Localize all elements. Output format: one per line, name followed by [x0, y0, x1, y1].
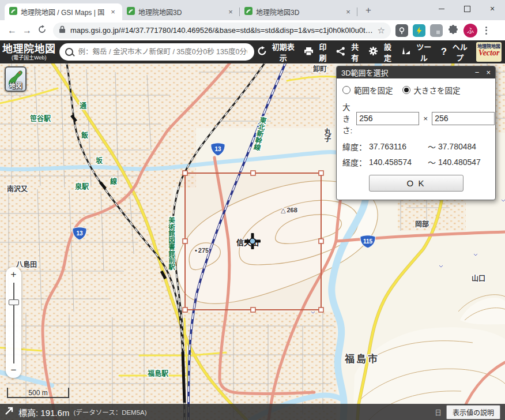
- bookmark-star-icon[interactable]: ☆: [378, 25, 385, 36]
- dialog-body: 範囲を固定 大きさを固定 大きさ: × 緯度： 37.763116 ～ 37.7…: [337, 78, 495, 200]
- gsi-favicon-icon: [127, 7, 135, 17]
- window-close-button[interactable]: ×: [480, 0, 505, 17]
- vector-badge[interactable]: 地理院地図 Vector: [476, 42, 502, 62]
- radio-fixed-size-label: 大きさを固定: [414, 84, 461, 96]
- selection-handle[interactable]: [251, 308, 255, 312]
- gsi-logo: 地理院地図 (電子国土Web): [2, 43, 56, 61]
- elevation-arrow-icon: [5, 406, 14, 418]
- size-height-input[interactable]: [432, 112, 495, 125]
- zoom-slider-track[interactable]: [13, 283, 14, 363]
- site-subtitle: (電子国土Web): [2, 55, 56, 61]
- tab-gsi-3d-2[interactable]: 地理院地図3D ×: [240, 3, 357, 20]
- lat-from: 37.763116: [369, 142, 428, 151]
- share-icon: [336, 47, 345, 58]
- forward-icon[interactable]: →: [20, 25, 35, 36]
- latitude-row: 緯度： 37.763116 ～ 37.780484: [342, 141, 489, 152]
- selection-handle[interactable]: [183, 171, 187, 175]
- lng-from: 140.458574: [369, 158, 428, 167]
- gsi-nav: 初期表示 印刷 共有 設定 ツール ? ヘルプ: [254, 39, 502, 65]
- place-label: 卸町: [313, 65, 327, 73]
- basemap-select-button[interactable]: 地図: [5, 66, 27, 92]
- value-legend-button[interactable]: 表示値の説明: [446, 405, 500, 419]
- close-tab-icon[interactable]: ×: [108, 7, 118, 17]
- search-box[interactable]: [59, 43, 254, 61]
- search-icon: [65, 48, 73, 56]
- tab-title: 地理院地図3D: [256, 7, 340, 17]
- browser-menu-icon[interactable]: [482, 27, 491, 35]
- extensions-puzzle-icon[interactable]: [447, 24, 459, 38]
- address-bar[interactable]: maps.gsi.go.jp/#14/37.771780/140.469526/…: [53, 22, 391, 39]
- reload-icon[interactable]: [35, 25, 50, 36]
- close-tab-icon[interactable]: ×: [344, 7, 353, 17]
- map-viewport[interactable]: 13 13 115 笹谷駅 泉駅 美術館図書館前駅 福島駅 東北新幹線 通: [0, 63, 505, 420]
- zoom-in-button[interactable]: +: [6, 269, 21, 280]
- selection-handle[interactable]: [319, 308, 323, 312]
- gray-extension-icon[interactable]: [430, 24, 443, 37]
- reload-icon: [257, 46, 267, 58]
- reset-view-button[interactable]: 初期表示: [254, 39, 300, 65]
- settings-button[interactable]: 設定: [365, 39, 397, 65]
- pin-extension-icon[interactable]: [395, 24, 408, 37]
- help-button[interactable]: ? ヘルプ: [438, 39, 473, 65]
- svg-text:飯: 飯: [81, 131, 88, 140]
- scale-bar: 500 m: [7, 388, 69, 398]
- printer-icon: [304, 47, 314, 58]
- browser-toolbar: ← → maps.gsi.go.jp/#14/37.771780/140.469…: [0, 20, 505, 40]
- gear-icon: [368, 46, 378, 58]
- place-label: 丸子: [323, 127, 331, 142]
- back-icon[interactable]: ←: [5, 25, 20, 36]
- selection-handle[interactable]: [319, 171, 323, 175]
- selection-handle[interactable]: [319, 239, 323, 243]
- close-tab-icon[interactable]: ×: [226, 7, 235, 17]
- station-label: 泉駅: [75, 182, 89, 191]
- help-icon: ?: [441, 46, 447, 58]
- dialog-close-icon[interactable]: ×: [486, 69, 491, 76]
- svg-text:13: 13: [76, 230, 83, 237]
- place-label: 岡部: [415, 220, 429, 228]
- selection-handle[interactable]: [251, 171, 255, 175]
- attribution-fragment: 日: [435, 407, 442, 417]
- selection-handle[interactable]: [183, 308, 187, 312]
- dialog-minimize-icon[interactable]: −: [475, 69, 480, 76]
- lat-to: 37.780484: [438, 142, 476, 151]
- svg-text:坂: 坂: [96, 156, 103, 165]
- svg-text:通: 通: [80, 102, 86, 110]
- zoom-out-button[interactable]: −: [6, 365, 21, 376]
- svg-text:115: 115: [363, 238, 373, 245]
- multiply-sign: ×: [423, 114, 428, 123]
- gsi-favicon-icon: [9, 7, 17, 17]
- tools-button[interactable]: ツール: [398, 39, 437, 65]
- place-label: 山口: [472, 274, 485, 283]
- tab-title: 地理院地図 / GSI Maps | 国土地理院: [21, 7, 105, 17]
- zoom-control: + −: [6, 267, 21, 378]
- search-input[interactable]: [77, 47, 248, 57]
- tool-icon: [401, 46, 411, 58]
- browser-tab-bar: 地理院地図 / GSI Maps | 国土地理院 × 地理院地図3D × 地理院…: [0, 0, 505, 20]
- place-label: 八島田: [16, 260, 37, 269]
- site-title: 地理院地図: [2, 43, 56, 55]
- bolt-extension-icon[interactable]: [413, 24, 425, 37]
- station-label: 美術館図書館前駅: [168, 216, 176, 271]
- place-label: 南沢又: [7, 185, 28, 193]
- size-label: 大きさ:: [342, 101, 352, 136]
- tab-gsi-3d-1[interactable]: 地理院地図3D ×: [122, 3, 240, 20]
- radio-fixed-size[interactable]: [402, 86, 410, 94]
- select-3d-range-dialog: 3D範囲を選択 − × 範囲を固定 大きさを固定 大きさ: ×: [336, 66, 496, 200]
- ok-button[interactable]: O K: [369, 175, 463, 192]
- size-width-input[interactable]: [356, 112, 419, 125]
- maximize-button[interactable]: [454, 0, 480, 17]
- tab-gsi-maps[interactable]: 地理院地図 / GSI Maps | 国土地理院 ×: [5, 3, 122, 20]
- minimize-button[interactable]: [429, 0, 454, 17]
- selection-handle[interactable]: [183, 239, 187, 243]
- print-button[interactable]: 印刷: [301, 39, 333, 65]
- profile-avatar[interactable]: ふ: [463, 24, 477, 38]
- share-button[interactable]: 共有: [333, 39, 364, 65]
- zoom-slider-handle[interactable]: [9, 299, 19, 305]
- svg-text:線: 線: [110, 177, 117, 186]
- dialog-title-bar[interactable]: 3D範囲を選択 − ×: [337, 66, 495, 78]
- svg-text:13: 13: [214, 146, 221, 152]
- new-tab-button[interactable]: +: [361, 3, 376, 18]
- station-label: 笹谷駅: [30, 114, 51, 123]
- gsi-favicon-icon: [244, 7, 252, 17]
- radio-fixed-range[interactable]: [342, 86, 351, 94]
